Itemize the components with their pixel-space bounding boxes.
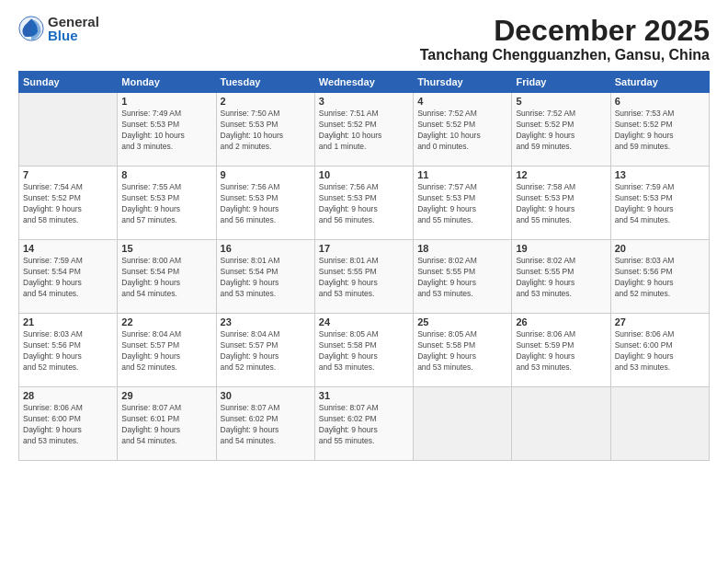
day-cell: 30Sunrise: 8:07 AM Sunset: 6:02 PM Dayli… bbox=[216, 387, 314, 461]
day-cell: 14Sunrise: 7:59 AM Sunset: 5:54 PM Dayli… bbox=[19, 240, 118, 314]
day-cell: 5Sunrise: 7:52 AM Sunset: 5:52 PM Daylig… bbox=[512, 93, 610, 167]
day-number: 15 bbox=[121, 243, 211, 254]
day-cell: 20Sunrise: 8:03 AM Sunset: 5:56 PM Dayli… bbox=[610, 240, 709, 314]
day-info: Sunrise: 8:05 AM Sunset: 5:58 PM Dayligh… bbox=[319, 329, 409, 373]
day-number: 20 bbox=[615, 243, 705, 254]
day-cell: 31Sunrise: 8:07 AM Sunset: 6:02 PM Dayli… bbox=[314, 387, 413, 461]
day-number: 7 bbox=[23, 169, 113, 180]
day-info: Sunrise: 7:51 AM Sunset: 5:52 PM Dayligh… bbox=[319, 109, 409, 153]
day-number: 8 bbox=[121, 169, 211, 180]
day-info: Sunrise: 7:49 AM Sunset: 5:53 PM Dayligh… bbox=[121, 109, 211, 153]
day-number: 23 bbox=[221, 316, 311, 327]
day-cell: 17Sunrise: 8:01 AM Sunset: 5:55 PM Dayli… bbox=[314, 240, 413, 314]
day-cell: 21Sunrise: 8:03 AM Sunset: 5:56 PM Dayli… bbox=[19, 314, 118, 387]
col-header-friday: Friday bbox=[512, 72, 610, 93]
day-cell: 23Sunrise: 8:04 AM Sunset: 5:57 PM Dayli… bbox=[216, 314, 314, 387]
day-number: 21 bbox=[23, 316, 113, 327]
day-info: Sunrise: 7:54 AM Sunset: 5:52 PM Dayligh… bbox=[23, 182, 113, 226]
day-number: 6 bbox=[615, 96, 705, 107]
header-row: SundayMondayTuesdayWednesdayThursdayFrid… bbox=[19, 72, 710, 93]
day-number: 24 bbox=[319, 316, 409, 327]
week-row-4: 21Sunrise: 8:03 AM Sunset: 5:56 PM Dayli… bbox=[19, 314, 710, 387]
day-info: Sunrise: 7:59 AM Sunset: 5:54 PM Dayligh… bbox=[23, 256, 113, 300]
day-cell: 27Sunrise: 8:06 AM Sunset: 6:00 PM Dayli… bbox=[610, 314, 709, 387]
header: General Blue December 2025 Tanchang Chen… bbox=[18, 15, 710, 63]
col-header-sunday: Sunday bbox=[19, 72, 118, 93]
calendar-page: General Blue December 2025 Tanchang Chen… bbox=[0, 0, 728, 563]
day-number: 12 bbox=[516, 169, 606, 180]
day-info: Sunrise: 8:03 AM Sunset: 5:56 PM Dayligh… bbox=[23, 329, 113, 373]
day-info: Sunrise: 8:06 AM Sunset: 6:00 PM Dayligh… bbox=[23, 403, 113, 447]
day-info: Sunrise: 7:56 AM Sunset: 5:53 PM Dayligh… bbox=[221, 182, 311, 226]
day-number: 3 bbox=[319, 96, 409, 107]
day-cell bbox=[512, 387, 610, 461]
day-cell: 6Sunrise: 7:53 AM Sunset: 5:52 PM Daylig… bbox=[610, 93, 709, 167]
day-number: 10 bbox=[319, 169, 409, 180]
day-number: 17 bbox=[319, 243, 409, 254]
day-cell: 1Sunrise: 7:49 AM Sunset: 5:53 PM Daylig… bbox=[118, 93, 216, 167]
day-cell: 8Sunrise: 7:55 AM Sunset: 5:53 PM Daylig… bbox=[118, 167, 216, 240]
calendar-table: SundayMondayTuesdayWednesdayThursdayFrid… bbox=[18, 71, 710, 461]
day-cell: 18Sunrise: 8:02 AM Sunset: 5:55 PM Dayli… bbox=[414, 240, 512, 314]
day-info: Sunrise: 7:56 AM Sunset: 5:53 PM Dayligh… bbox=[319, 182, 409, 226]
day-cell: 9Sunrise: 7:56 AM Sunset: 5:53 PM Daylig… bbox=[216, 167, 314, 240]
day-cell: 10Sunrise: 7:56 AM Sunset: 5:53 PM Dayli… bbox=[314, 167, 413, 240]
day-info: Sunrise: 8:07 AM Sunset: 6:01 PM Dayligh… bbox=[121, 403, 211, 447]
day-cell: 25Sunrise: 8:05 AM Sunset: 5:58 PM Dayli… bbox=[414, 314, 512, 387]
col-header-monday: Monday bbox=[118, 72, 216, 93]
day-number: 29 bbox=[121, 390, 211, 401]
day-number: 27 bbox=[615, 316, 705, 327]
day-cell bbox=[610, 387, 709, 461]
day-info: Sunrise: 8:01 AM Sunset: 5:54 PM Dayligh… bbox=[221, 256, 311, 300]
day-number: 25 bbox=[417, 316, 507, 327]
logo-blue: Blue bbox=[48, 29, 99, 42]
day-cell: 19Sunrise: 8:02 AM Sunset: 5:55 PM Dayli… bbox=[512, 240, 610, 314]
day-info: Sunrise: 7:58 AM Sunset: 5:53 PM Dayligh… bbox=[516, 182, 606, 226]
day-cell: 26Sunrise: 8:06 AM Sunset: 5:59 PM Dayli… bbox=[512, 314, 610, 387]
day-info: Sunrise: 7:50 AM Sunset: 5:53 PM Dayligh… bbox=[221, 109, 311, 153]
day-info: Sunrise: 7:53 AM Sunset: 5:52 PM Dayligh… bbox=[615, 109, 705, 153]
day-number: 14 bbox=[23, 243, 113, 254]
day-info: Sunrise: 8:00 AM Sunset: 5:54 PM Dayligh… bbox=[121, 256, 211, 300]
day-info: Sunrise: 8:02 AM Sunset: 5:55 PM Dayligh… bbox=[417, 256, 507, 300]
day-cell: 24Sunrise: 8:05 AM Sunset: 5:58 PM Dayli… bbox=[314, 314, 413, 387]
day-cell bbox=[414, 387, 512, 461]
logo-text: General Blue bbox=[48, 15, 99, 42]
day-cell: 4Sunrise: 7:52 AM Sunset: 5:52 PM Daylig… bbox=[414, 93, 512, 167]
week-row-5: 28Sunrise: 8:06 AM Sunset: 6:00 PM Dayli… bbox=[19, 387, 710, 461]
day-info: Sunrise: 8:07 AM Sunset: 6:02 PM Dayligh… bbox=[319, 403, 409, 447]
day-number: 16 bbox=[221, 243, 311, 254]
day-cell: 7Sunrise: 7:54 AM Sunset: 5:52 PM Daylig… bbox=[19, 167, 118, 240]
day-cell: 15Sunrise: 8:00 AM Sunset: 5:54 PM Dayli… bbox=[118, 240, 216, 314]
day-info: Sunrise: 8:06 AM Sunset: 6:00 PM Dayligh… bbox=[615, 329, 705, 373]
day-cell: 16Sunrise: 8:01 AM Sunset: 5:54 PM Dayli… bbox=[216, 240, 314, 314]
day-info: Sunrise: 8:01 AM Sunset: 5:55 PM Dayligh… bbox=[319, 256, 409, 300]
day-info: Sunrise: 7:59 AM Sunset: 5:53 PM Dayligh… bbox=[615, 182, 705, 226]
col-header-saturday: Saturday bbox=[610, 72, 709, 93]
day-number: 26 bbox=[516, 316, 606, 327]
day-number: 13 bbox=[615, 169, 705, 180]
day-cell: 29Sunrise: 8:07 AM Sunset: 6:01 PM Dayli… bbox=[118, 387, 216, 461]
day-number: 5 bbox=[516, 96, 606, 107]
day-info: Sunrise: 7:52 AM Sunset: 5:52 PM Dayligh… bbox=[417, 109, 507, 153]
day-info: Sunrise: 7:52 AM Sunset: 5:52 PM Dayligh… bbox=[516, 109, 606, 153]
day-info: Sunrise: 8:07 AM Sunset: 6:02 PM Dayligh… bbox=[221, 403, 311, 447]
day-info: Sunrise: 8:05 AM Sunset: 5:58 PM Dayligh… bbox=[417, 329, 507, 373]
logo-general: General bbox=[48, 15, 99, 29]
day-number: 31 bbox=[319, 390, 409, 401]
day-info: Sunrise: 8:02 AM Sunset: 5:55 PM Dayligh… bbox=[516, 256, 606, 300]
location: Tanchang Chengguanzhen, Gansu, China bbox=[420, 47, 710, 63]
day-info: Sunrise: 8:04 AM Sunset: 5:57 PM Dayligh… bbox=[221, 329, 311, 373]
month-title: December 2025 bbox=[420, 15, 710, 47]
day-cell: 28Sunrise: 8:06 AM Sunset: 6:00 PM Dayli… bbox=[19, 387, 118, 461]
col-header-thursday: Thursday bbox=[414, 72, 512, 93]
col-header-wednesday: Wednesday bbox=[314, 72, 413, 93]
week-row-3: 14Sunrise: 7:59 AM Sunset: 5:54 PM Dayli… bbox=[19, 240, 710, 314]
day-number: 28 bbox=[23, 390, 113, 401]
logo-icon bbox=[18, 16, 44, 41]
day-cell bbox=[19, 93, 118, 167]
day-number: 30 bbox=[221, 390, 311, 401]
day-cell: 13Sunrise: 7:59 AM Sunset: 5:53 PM Dayli… bbox=[610, 167, 709, 240]
col-header-tuesday: Tuesday bbox=[216, 72, 314, 93]
day-number: 2 bbox=[221, 96, 311, 107]
